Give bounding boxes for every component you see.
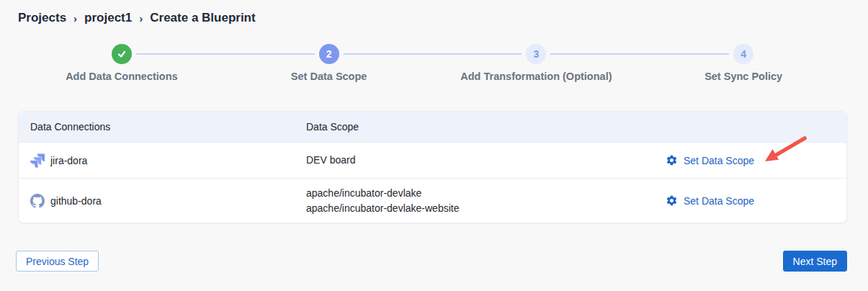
table-row: github-dora apache/incubator-devlake apa… bbox=[19, 178, 846, 223]
step-4-circle: 4 bbox=[733, 44, 753, 64]
step-3-label: Add Transformation (Optional) bbox=[433, 71, 640, 82]
column-header-data-scope: Data Scope bbox=[295, 121, 666, 133]
previous-step-button[interactable]: Previous Step bbox=[16, 251, 99, 272]
jira-icon bbox=[30, 153, 45, 168]
connection-name: github-dora bbox=[50, 195, 102, 207]
scope-item: apache/incubator-devlake-website bbox=[306, 201, 666, 216]
stepper-connector bbox=[136, 53, 315, 55]
step-number: 3 bbox=[533, 48, 539, 60]
step-2-label: Set Data Scope bbox=[225, 71, 433, 82]
set-data-scope-link[interactable]: Set Data Scope bbox=[684, 155, 754, 166]
step-number: 2 bbox=[326, 48, 332, 60]
breadcrumb-projects[interactable]: Projects bbox=[18, 11, 66, 25]
step-number: 4 bbox=[741, 48, 746, 60]
step-3-circle: 3 bbox=[526, 44, 546, 64]
set-data-scope-button[interactable]: Set Data Scope bbox=[666, 154, 846, 166]
set-data-scope-link[interactable]: Set Data Scope bbox=[684, 195, 754, 207]
step-1-label: Add Data Connections bbox=[18, 71, 225, 82]
table-row: jira-dora DEV board Set Data Scope bbox=[19, 142, 846, 178]
gear-icon[interactable] bbox=[666, 154, 678, 166]
table-header-row: Data Connections Data Scope bbox=[19, 112, 846, 142]
stepper-connector bbox=[344, 53, 522, 55]
next-step-button[interactable]: Next Step bbox=[783, 251, 847, 272]
breadcrumb-separator: › bbox=[73, 12, 77, 24]
connection-name: jira-dora bbox=[50, 155, 87, 166]
scope-item: apache/incubator-devlake bbox=[306, 186, 666, 201]
page-title: Create a Blueprint bbox=[150, 11, 255, 25]
data-connections-table: Data Connections Data Scope jira-dora DE… bbox=[18, 111, 847, 223]
step-1-circle-done bbox=[112, 44, 132, 64]
stepper-connector bbox=[550, 53, 729, 55]
check-icon bbox=[117, 49, 127, 59]
scope-item: DEV board bbox=[306, 153, 666, 168]
breadcrumb: Projects › project1 › Create a Blueprint bbox=[0, 0, 868, 25]
github-icon bbox=[30, 194, 45, 208]
breadcrumb-project1[interactable]: project1 bbox=[84, 11, 132, 25]
blueprint-stepper: 2 3 4 Add Data Connections Set Data Scop… bbox=[18, 44, 847, 82]
set-data-scope-button[interactable]: Set Data Scope bbox=[666, 194, 846, 207]
step-2-circle-active: 2 bbox=[319, 44, 339, 64]
wizard-footer: Previous Step Next Step bbox=[16, 251, 847, 272]
breadcrumb-separator: › bbox=[139, 12, 143, 24]
column-header-data-connections: Data Connections bbox=[19, 121, 295, 133]
step-4-label: Set Sync Policy bbox=[640, 71, 847, 82]
gear-icon[interactable] bbox=[666, 194, 678, 207]
